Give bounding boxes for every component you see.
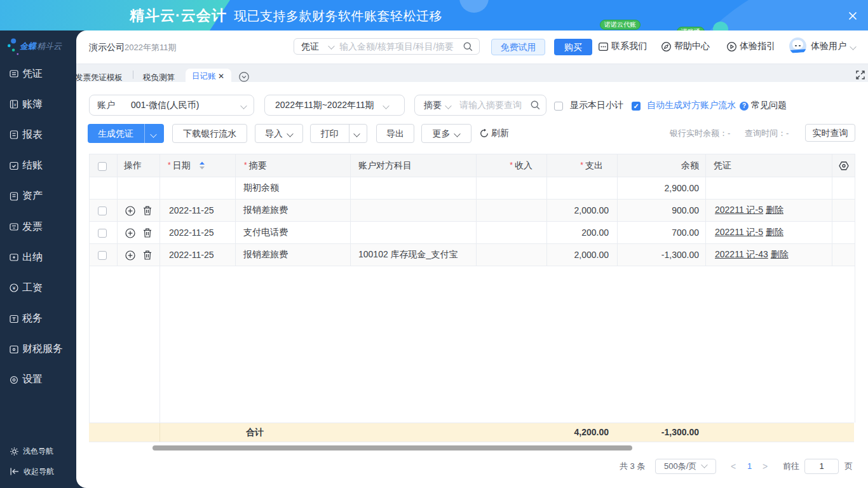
svg-text:¥: ¥: [12, 285, 16, 291]
svg-text:¥: ¥: [14, 103, 17, 107]
